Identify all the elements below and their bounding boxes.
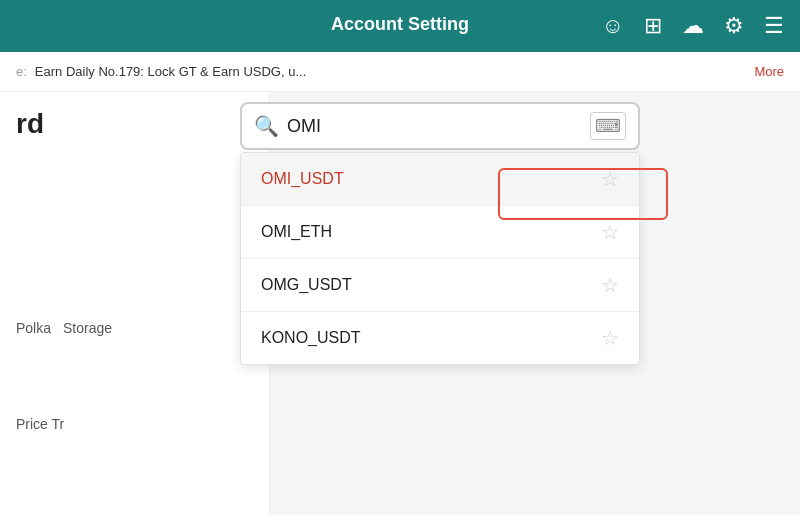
search-container: 🔍 ⌨ OMI_USDT ☆ OMI_ETH ☆ OMG_USDT ☆ KONO… [240, 102, 640, 365]
left-panel: rd Polka Storage Price Tr [0, 92, 270, 515]
star-icon-kono-usdt[interactable]: ☆ [601, 326, 619, 350]
menu-icon[interactable]: ☰ [764, 13, 784, 39]
price-tr-label: Price Tr [16, 416, 253, 432]
notification-bar: e: Earn Daily No.179: Lock GT & Earn USD… [0, 52, 800, 92]
keyboard-icon[interactable]: ⌨ [590, 112, 626, 140]
dropdown-item-omi-eth[interactable]: OMI_ETH ☆ [241, 206, 639, 259]
cloud-icon[interactable]: ☁ [682, 13, 704, 39]
page-title: rd [16, 108, 253, 140]
dropdown-item-label: OMI_ETH [261, 223, 332, 241]
search-dropdown: OMI_USDT ☆ OMI_ETH ☆ OMG_USDT ☆ KONO_USD… [240, 152, 640, 365]
notification-more-link[interactable]: More [754, 64, 784, 79]
search-box: 🔍 ⌨ [240, 102, 640, 150]
dropdown-item-omg-usdt[interactable]: OMG_USDT ☆ [241, 259, 639, 312]
star-icon-omg-usdt[interactable]: ☆ [601, 273, 619, 297]
star-icon-omi-usdt[interactable]: ☆ [601, 167, 619, 191]
settings-icon[interactable]: ⚙ [724, 13, 744, 39]
dropdown-item-omi-usdt[interactable]: OMI_USDT ☆ [241, 153, 639, 206]
search-icon: 🔍 [254, 114, 279, 138]
grid-icon[interactable]: ⊞ [644, 13, 662, 39]
main-content: rd Polka Storage Price Tr 🔍 ⌨ OMI_USDT ☆… [0, 92, 800, 515]
notification-text: Earn Daily No.179: Lock GT & Earn USDG, … [35, 64, 306, 79]
tags-row: Polka Storage [16, 320, 253, 336]
notification-label: e: [16, 64, 27, 79]
tag-storage[interactable]: Storage [63, 320, 112, 336]
user-circle-icon[interactable]: ☺ [602, 13, 624, 39]
header-title: Account Setting [331, 14, 469, 35]
dropdown-item-label: OMG_USDT [261, 276, 352, 294]
dropdown-item-kono-usdt[interactable]: KONO_USDT ☆ [241, 312, 639, 364]
header-bar: Account Setting ☺ ⊞ ☁ ⚙ ☰ [0, 0, 800, 52]
star-icon-omi-eth[interactable]: ☆ [601, 220, 619, 244]
search-input[interactable] [287, 116, 582, 137]
dropdown-item-label: OMI_USDT [261, 170, 344, 188]
dropdown-item-label: KONO_USDT [261, 329, 361, 347]
tag-polka[interactable]: Polka [16, 320, 51, 336]
